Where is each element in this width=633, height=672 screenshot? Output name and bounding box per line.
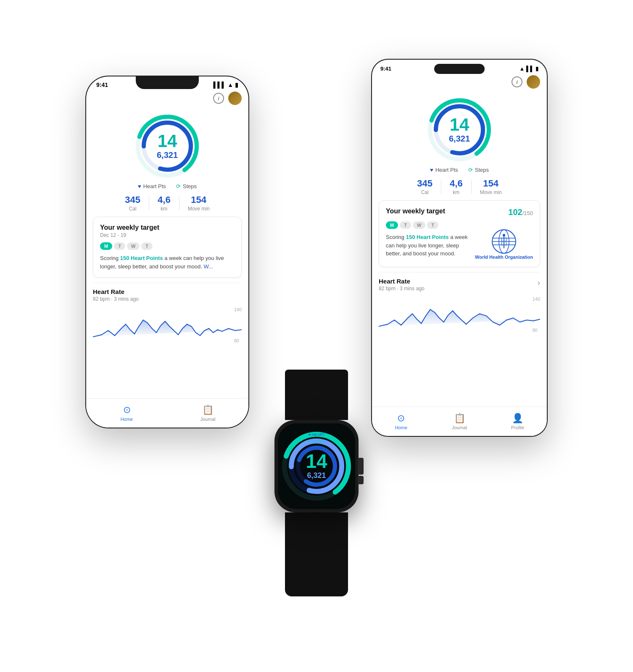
watch-heart-pts: 14 bbox=[306, 452, 327, 471]
right-status-icons: ▲ ▌▌ ▮ bbox=[519, 66, 538, 72]
right-phone: 9:41 ▲ ▌▌ ▮ i bbox=[371, 59, 548, 437]
right-hr-title: Heart Rate bbox=[379, 278, 425, 285]
who-logo bbox=[491, 229, 517, 254]
chart-mid-label: 80 bbox=[234, 338, 242, 343]
right-weekly-score: 102/150 bbox=[508, 207, 533, 217]
right-nav-profile[interactable]: 👤 Profile bbox=[488, 407, 547, 436]
right-hr-header: Heart Rate 82 bpm · 3 mins ago › bbox=[379, 278, 540, 291]
chart-max-label: 140 bbox=[234, 307, 242, 312]
score-value: 102 bbox=[508, 207, 522, 217]
hr-chevron: › bbox=[538, 278, 540, 287]
signal-icon-r: ▌▌ bbox=[526, 66, 534, 72]
android-camera bbox=[434, 64, 485, 74]
right-nav-journal[interactable]: 📋 Journal bbox=[430, 407, 489, 436]
right-profile-label: Profile bbox=[511, 425, 524, 430]
watch-crown bbox=[358, 458, 364, 475]
steps-icon: ⟳ bbox=[176, 183, 181, 189]
left-highlight: 150 Heart Points bbox=[120, 255, 163, 261]
left-avatar[interactable] bbox=[228, 92, 242, 105]
left-status-icons: ▌▌▌ ▲ ▮ bbox=[213, 81, 238, 88]
left-chart-labels: 140 80 bbox=[234, 305, 242, 345]
right-steps: 6,321 bbox=[449, 134, 470, 144]
right-highlight: 150 Heart Points bbox=[406, 234, 449, 240]
left-weekly-date: Dec 12 - 19 bbox=[100, 232, 235, 238]
right-heart-icon: ♥ bbox=[430, 167, 433, 173]
watch-label-heart: ♥ HEART bbox=[309, 433, 324, 437]
right-weekly-card: Your weekly target 102/150 M T W T Scori… bbox=[379, 200, 540, 267]
journal-icon: 📋 bbox=[202, 404, 214, 415]
left-weekly-link[interactable]: W... bbox=[203, 263, 213, 270]
right-legend-heart-pts: ♥ Heart Pts bbox=[430, 167, 458, 173]
left-hr-sub: 82 bpm · 3 mins ago bbox=[93, 296, 139, 302]
right-journal-icon: 📋 bbox=[454, 413, 465, 424]
day-t1: T bbox=[114, 242, 125, 250]
right-ring-area: 14 6,321 ♥ Heart Pts ⟳ Steps bbox=[372, 96, 547, 173]
left-ring-center: 14 6,321 bbox=[157, 132, 178, 160]
left-stat-cal: 345 Cal bbox=[116, 194, 149, 212]
left-nav-journal[interactable]: 📋 Journal bbox=[167, 399, 248, 428]
left-phone-screen: 9:41 ▌▌▌ ▲ ▮ i bbox=[86, 76, 248, 428]
left-ring-legend: ♥ Heart Pts ⟳ Steps bbox=[138, 183, 197, 189]
legend-heart-pts: ♥ Heart Pts bbox=[138, 183, 166, 189]
right-stat-km: 4,6 km bbox=[441, 178, 471, 195]
left-stats-row: 345 Cal 4,6 km 154 Move min bbox=[86, 194, 248, 212]
right-weekly-header-left: Your weekly target bbox=[386, 207, 445, 215]
right-steps-icon: ⟳ bbox=[468, 167, 473, 173]
legend-steps: ⟳ Steps bbox=[176, 183, 197, 189]
battery-icon: ▮ bbox=[235, 81, 238, 88]
right-chart-mid-label: 80 bbox=[533, 328, 540, 333]
right-home-label: Home bbox=[395, 425, 407, 430]
left-time: 9:41 bbox=[96, 81, 108, 88]
journal-label: Journal bbox=[200, 417, 215, 422]
info-button[interactable]: i bbox=[213, 93, 224, 104]
left-bottom-nav: ⊙ Home 📋 Journal bbox=[86, 398, 248, 428]
right-bottom-nav: ⊙ Home 📋 Journal 👤 Profile bbox=[372, 407, 547, 436]
left-weekly-card: Your weekly target Dec 12 - 19 M T W T S… bbox=[93, 217, 242, 278]
right-weekly-title: Your weekly target bbox=[386, 207, 445, 215]
left-ring-area: 14 6,321 ♥ Heart Pts ⟳ Steps bbox=[86, 113, 248, 189]
left-app-header: i bbox=[86, 88, 248, 108]
right-chart: 140 80 bbox=[379, 295, 540, 334]
right-avatar[interactable] bbox=[527, 75, 540, 89]
right-heart-rate-card: Heart Rate 82 bpm · 3 mins ago › bbox=[379, 272, 540, 339]
right-time: 9:41 bbox=[380, 66, 391, 72]
right-ring-container: 14 6,321 bbox=[426, 96, 493, 163]
left-hr-header: Heart Rate 82 bpm · 3 mins ago bbox=[93, 288, 242, 302]
right-day-t2: T bbox=[427, 221, 438, 229]
signal-icon: ▌▌▌ bbox=[213, 81, 226, 88]
right-chart-labels: 140 80 bbox=[533, 295, 540, 334]
watch-body: ♥ HEART ⟳ STEPS 14 6,321 bbox=[274, 420, 359, 512]
right-day-t1: T bbox=[400, 221, 411, 229]
watch-steps: 6,321 bbox=[306, 471, 327, 480]
left-weekly-title: Your weekly target bbox=[100, 224, 235, 231]
left-heart-rate-card: Heart Rate 82 bpm · 3 mins ago bbox=[93, 283, 242, 350]
left-nav-home[interactable]: ⊙ Home bbox=[86, 399, 167, 428]
iphone-notch bbox=[136, 76, 199, 89]
right-weekly-text-part: Scoring 150 Heart Points a week can help… bbox=[386, 229, 470, 260]
day-t2: T bbox=[141, 242, 153, 250]
right-day-w: W bbox=[413, 221, 425, 229]
battery-icon-r: ▮ bbox=[535, 66, 538, 72]
watch-crown-2 bbox=[358, 476, 364, 484]
right-stat-cal: 345 Cal bbox=[409, 178, 441, 195]
right-info-button[interactable]: i bbox=[512, 76, 522, 87]
right-weekly-text: Scoring 150 Heart Points a week can help… bbox=[386, 233, 470, 258]
left-hr-info: Heart Rate 82 bpm · 3 mins ago bbox=[93, 288, 139, 302]
watch-strap-top bbox=[285, 370, 348, 420]
heart-icon: ♥ bbox=[138, 183, 141, 189]
right-day-m: M bbox=[386, 221, 398, 229]
left-hr-title: Heart Rate bbox=[93, 288, 139, 295]
right-hr-info: Heart Rate 82 bpm · 3 mins ago bbox=[379, 278, 425, 291]
watch-strap-bottom bbox=[285, 512, 348, 596]
right-app-header: i bbox=[372, 72, 547, 92]
left-steps: 6,321 bbox=[157, 150, 178, 160]
watch-center: 14 6,321 bbox=[306, 452, 327, 480]
left-ring-container: 14 6,321 bbox=[134, 113, 201, 180]
home-icon: ⊙ bbox=[123, 404, 131, 415]
watch-label-steps: ⟳ STEPS bbox=[308, 439, 325, 444]
right-nav-home[interactable]: ⊙ Home bbox=[372, 407, 430, 436]
left-chart: 140 80 bbox=[93, 305, 242, 345]
home-label: Home bbox=[121, 417, 133, 422]
right-hr-sub: 82 bpm · 3 mins ago bbox=[379, 286, 425, 291]
left-heart-pts: 14 bbox=[157, 132, 178, 150]
